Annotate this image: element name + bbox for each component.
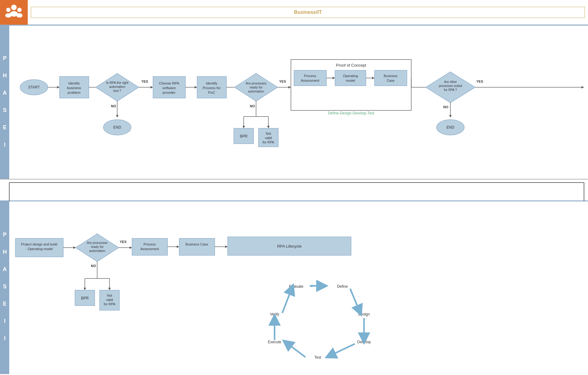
define-design-label: Define-Design-Develop-Test xyxy=(328,111,375,115)
biz-case-t2: Case xyxy=(387,79,395,82)
p2-proc-ready-t2: ready for xyxy=(91,245,104,249)
p2-no-label: NO xyxy=(91,264,96,268)
bpr1-text: BPR xyxy=(240,134,248,138)
svg-marker-14 xyxy=(151,86,153,89)
phase1-svg: START Identify business problem Is RPA t… xyxy=(9,26,586,177)
choose-rpa-t3: provider xyxy=(163,91,176,94)
business-people-icon xyxy=(5,3,23,22)
lifecycle-verify: Verify xyxy=(270,312,279,316)
p2-biz-case-t1: Business Case xyxy=(185,242,208,246)
biz-case-t1: Business xyxy=(384,74,398,78)
svg-marker-17 xyxy=(195,86,197,89)
main-container: Business/IT P H A S E I START Identify b… xyxy=(0,0,588,375)
yes3-label: YES xyxy=(476,80,483,83)
lifecycle-design: Design xyxy=(358,312,370,316)
svg-marker-23 xyxy=(288,86,291,89)
phase1-label: P H A S E I xyxy=(0,26,9,180)
svg-point-0 xyxy=(11,5,17,10)
lifecycle-define: Define xyxy=(337,284,348,289)
p2-proc-ready-t1: Are processes xyxy=(87,241,107,245)
p2-nv-t1: Not xyxy=(107,294,112,297)
phase1-section: P H A S E I START Identify business prob… xyxy=(0,25,588,179)
svg-marker-37 xyxy=(582,86,584,89)
phase1-area: START Identify business problem Is RPA t… xyxy=(9,26,588,180)
end2-text: END xyxy=(446,125,454,130)
svg-point-2 xyxy=(6,8,10,12)
no2-label: NO xyxy=(250,104,255,108)
header: Business/IT xyxy=(0,0,588,25)
p2-yes-label: YES xyxy=(120,240,126,244)
start-text: START xyxy=(28,85,40,89)
p2-nv-t2: valid xyxy=(106,298,113,302)
phase2-area: Project design and build - Operating mod… xyxy=(9,201,588,374)
lifecycle-test: Test xyxy=(314,355,321,360)
proc-ready-t2: ready for xyxy=(250,85,263,89)
header-title-bar: Business/IT xyxy=(31,7,585,18)
svg-line-82 xyxy=(350,289,359,311)
other-proc-t2: processes suited xyxy=(439,84,462,88)
svg-marker-66 xyxy=(225,245,228,248)
choose-rpa-t2: software xyxy=(162,86,176,90)
svg-marker-42 xyxy=(116,115,118,117)
svg-rect-25 xyxy=(294,70,326,86)
header-icon-bg xyxy=(0,0,28,25)
svg-rect-64 xyxy=(179,238,215,255)
proj-design-t2: - Operating model xyxy=(26,247,53,251)
svg-marker-47 xyxy=(242,126,245,128)
svg-point-5 xyxy=(16,13,23,18)
lifecycle-execute: Execute xyxy=(268,340,281,344)
yes2-label: YES xyxy=(279,80,286,83)
svg-marker-30 xyxy=(372,77,375,79)
p2-proc-assess-t2: Assessment xyxy=(140,247,159,251)
no1-label: NO xyxy=(111,104,116,108)
choose-rpa-t1: Choose RPA xyxy=(159,81,179,85)
op-model-t2: model xyxy=(346,79,355,82)
proc-assess-t2: Assessment xyxy=(301,79,319,82)
yes1-label: YES xyxy=(141,80,148,83)
proj-design-t1: Project design and build xyxy=(21,242,57,246)
end1-text: END xyxy=(113,125,121,130)
identify-poc-t1: Identify xyxy=(206,81,217,85)
other-proc-t3: for RPA ? xyxy=(444,88,457,92)
svg-rect-31 xyxy=(375,70,407,86)
lifecycle-develop: Develop xyxy=(357,340,371,344)
rpa-lifecycle-text: RPA Lifecycle xyxy=(277,244,301,249)
phase2-svg: Project design and build - Operating mod… xyxy=(9,201,586,371)
proc-ready-t1: Are processes xyxy=(246,81,266,85)
svg-marker-63 xyxy=(177,245,179,248)
other-proc-t1: Are other xyxy=(444,80,457,84)
nv1-t2: valid xyxy=(265,136,272,140)
nv1-t3: for RPA xyxy=(263,140,274,144)
p2-bpr-text: BPR xyxy=(81,296,89,300)
identify-text2: business xyxy=(67,86,81,90)
svg-line-85 xyxy=(287,343,305,357)
proc-ready-t3: automation xyxy=(248,89,264,93)
identify-poc-t3: PoC xyxy=(208,91,215,94)
identify-text1: Identify xyxy=(68,81,80,85)
svg-point-3 xyxy=(5,13,11,18)
identify-text3: problem xyxy=(68,91,81,94)
svg-point-4 xyxy=(17,8,22,12)
svg-marker-73 xyxy=(108,288,111,290)
p2-proc-assess-t1: Process xyxy=(143,242,156,246)
connector-svg xyxy=(0,179,588,201)
op-model-t1: Operating xyxy=(343,74,358,78)
svg-line-87 xyxy=(282,289,292,313)
header-title: Business/IT xyxy=(294,10,322,15)
phase2-text: P H A S E I I xyxy=(2,232,8,344)
phase1-text: P H A S E I xyxy=(2,55,8,150)
p2-proc-ready-t3: automation xyxy=(89,249,105,253)
svg-marker-8 xyxy=(57,86,60,89)
identify-poc-t2: Process for xyxy=(203,86,221,90)
phase2-label: P H A S E I I xyxy=(0,201,9,374)
lifecycle-evaluate: Evaluate xyxy=(289,284,304,289)
svg-line-84 xyxy=(330,344,355,356)
connector-area xyxy=(0,179,588,200)
poc-title: Proof of Concept xyxy=(336,63,366,68)
rpa-diamond-t1: Is RPA the right xyxy=(106,81,128,84)
svg-marker-60 xyxy=(130,246,132,249)
svg-marker-27 xyxy=(333,77,335,79)
p2-nv-t3: for RPA xyxy=(104,302,115,306)
rpa-diamond-t2: automation xyxy=(109,85,125,89)
no3-label: NO xyxy=(443,105,449,109)
